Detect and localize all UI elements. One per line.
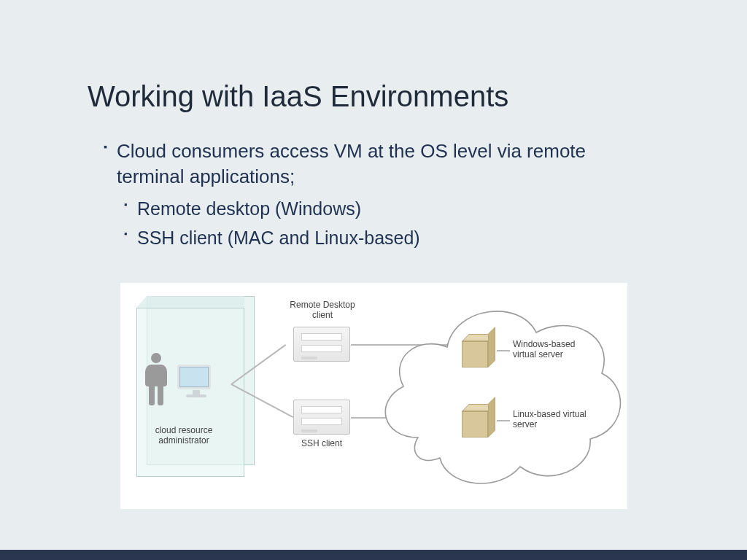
slide-title: Working with IaaS Environments <box>88 80 508 113</box>
footer-bar <box>0 550 747 560</box>
person-icon <box>145 353 167 407</box>
monitor-icon <box>177 365 215 400</box>
bullet-list: Cloud consumers access VM at the OS leve… <box>117 139 642 251</box>
connector-box-to-win-label <box>497 350 510 351</box>
admin-label: cloud resource administrator <box>145 426 222 446</box>
remote-desktop-client-icon <box>293 327 350 362</box>
bullet-sub-2: SSH client (MAC and Linux-based) <box>137 226 642 251</box>
diagram: cloud resource administrator Remote Desk… <box>120 283 627 509</box>
bullet-main: Cloud consumers access VM at the OS leve… <box>117 139 642 190</box>
slide: Working with IaaS Environments Cloud con… <box>0 0 747 560</box>
linux-virtual-server-label: Linux-based virtual server <box>513 410 600 430</box>
ssh-label: SSH client <box>293 439 351 449</box>
connector-box-to-lin-label <box>497 420 510 421</box>
windows-virtual-server-icon <box>462 334 497 369</box>
linux-virtual-server-icon <box>462 404 497 439</box>
remote-desktop-label: Remote Desktop client <box>290 300 355 321</box>
bullet-sub-1: Remote desktop (Windows) <box>137 197 642 222</box>
cloud-icon <box>374 284 627 493</box>
box-top-face <box>136 296 244 308</box>
ssh-client-icon <box>293 400 350 435</box>
windows-virtual-server-label: Windows-based virtual server <box>513 340 600 360</box>
